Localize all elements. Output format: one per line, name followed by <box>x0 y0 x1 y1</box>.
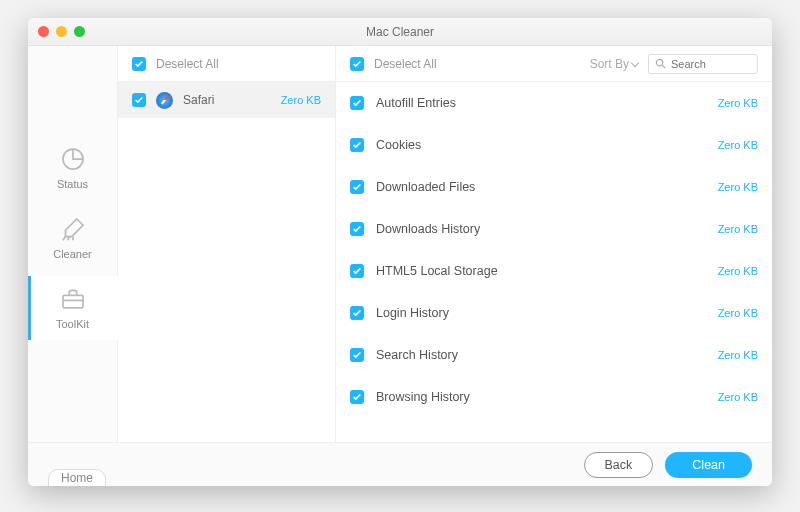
item-size: Zero KB <box>718 223 758 235</box>
search-icon <box>655 58 666 69</box>
svg-rect-1 <box>63 295 83 308</box>
item-label: Downloads History <box>376 222 480 236</box>
right-header: Deselect All Sort By <box>336 46 772 82</box>
browser-size: Zero KB <box>281 94 321 106</box>
item-label: Search History <box>376 348 458 362</box>
deselect-all-left-checkbox[interactable] <box>132 57 146 71</box>
sidebar-item-label: ToolKit <box>56 318 89 330</box>
toolbox-icon <box>58 284 88 314</box>
list-item[interactable]: Login HistoryZero KB <box>336 292 772 334</box>
item-size: Zero KB <box>718 139 758 151</box>
details-column: Deselect All Sort By Autofill EntriesZer… <box>336 46 772 442</box>
list-item[interactable]: CookiesZero KB <box>336 124 772 166</box>
list-item[interactable]: Autofill EntriesZero KB <box>336 82 772 124</box>
back-button[interactable]: Back <box>584 452 654 478</box>
browser-row-safari[interactable]: Safari Zero KB <box>118 82 335 118</box>
browser-column: Deselect All Safari Zero KB <box>118 46 336 442</box>
pie-chart-icon <box>58 144 88 174</box>
brush-icon <box>58 214 88 244</box>
list-item[interactable]: Search HistoryZero KB <box>336 334 772 376</box>
item-label: Cookies <box>376 138 421 152</box>
window-title: Mac Cleaner <box>28 25 772 39</box>
list-item[interactable]: Downloads HistoryZero KB <box>336 208 772 250</box>
browser-name: Safari <box>183 93 214 107</box>
deselect-all-left-label: Deselect All <box>156 57 219 71</box>
sidebar: Status Cleaner ToolKit <box>28 46 118 442</box>
chevron-down-icon <box>632 57 638 71</box>
item-size: Zero KB <box>718 307 758 319</box>
titlebar: Mac Cleaner <box>28 18 772 46</box>
deselect-all-right-label: Deselect All <box>374 57 437 71</box>
item-label: Login History <box>376 306 449 320</box>
sidebar-item-toolkit[interactable]: ToolKit <box>28 276 118 340</box>
item-size: Zero KB <box>718 349 758 361</box>
item-label: HTML5 Local Storage <box>376 264 498 278</box>
checkbox[interactable] <box>132 93 146 107</box>
svg-point-2 <box>656 59 662 65</box>
item-size: Zero KB <box>718 97 758 109</box>
items-list: Autofill EntriesZero KB CookiesZero KB D… <box>336 82 772 442</box>
left-header: Deselect All <box>118 46 335 82</box>
home-tab[interactable]: Home <box>48 469 106 487</box>
sidebar-item-status[interactable]: Status <box>28 136 118 200</box>
checkbox[interactable] <box>350 222 364 236</box>
sidebar-item-cleaner[interactable]: Cleaner <box>28 206 118 270</box>
checkbox[interactable] <box>350 180 364 194</box>
content-body: Status Cleaner ToolKit Deselect All <box>28 46 772 442</box>
app-window: Mac Cleaner Status Cleaner ToolKit Desel… <box>28 18 772 486</box>
checkbox[interactable] <box>350 96 364 110</box>
item-size: Zero KB <box>718 265 758 277</box>
main-panels: Deselect All Safari Zero KB Deselect All… <box>118 46 772 442</box>
sidebar-item-label: Status <box>57 178 88 190</box>
checkbox[interactable] <box>350 390 364 404</box>
search-input[interactable] <box>671 58 751 70</box>
sort-by-dropdown[interactable]: Sort By <box>590 57 638 71</box>
item-label: Browsing History <box>376 390 470 404</box>
list-item[interactable]: Downloaded FilesZero KB <box>336 166 772 208</box>
safari-icon <box>156 92 173 109</box>
footer: Home Back Clean <box>28 442 772 486</box>
checkbox[interactable] <box>350 264 364 278</box>
sidebar-item-label: Cleaner <box>53 248 92 260</box>
checkbox[interactable] <box>350 348 364 362</box>
checkbox[interactable] <box>350 138 364 152</box>
item-label: Downloaded Files <box>376 180 475 194</box>
item-size: Zero KB <box>718 181 758 193</box>
clean-button[interactable]: Clean <box>665 452 752 478</box>
search-box[interactable] <box>648 54 758 74</box>
checkbox[interactable] <box>350 306 364 320</box>
deselect-all-right-checkbox[interactable] <box>350 57 364 71</box>
item-size: Zero KB <box>718 391 758 403</box>
item-label: Autofill Entries <box>376 96 456 110</box>
list-item[interactable]: Browsing HistoryZero KB <box>336 376 772 418</box>
list-item[interactable]: HTML5 Local StorageZero KB <box>336 250 772 292</box>
